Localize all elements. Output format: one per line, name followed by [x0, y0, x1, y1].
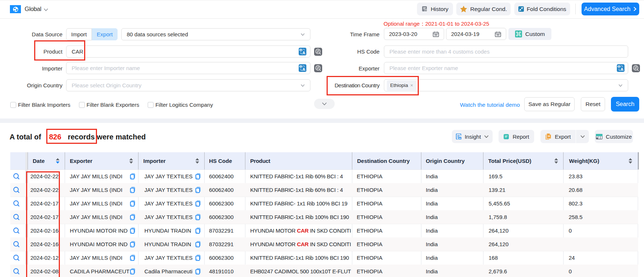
svg-text:A: A	[620, 67, 623, 72]
svg-text:A: A	[302, 51, 305, 55]
svg-text:A: A	[302, 67, 305, 72]
svg-text:BI: BI	[459, 137, 461, 139]
